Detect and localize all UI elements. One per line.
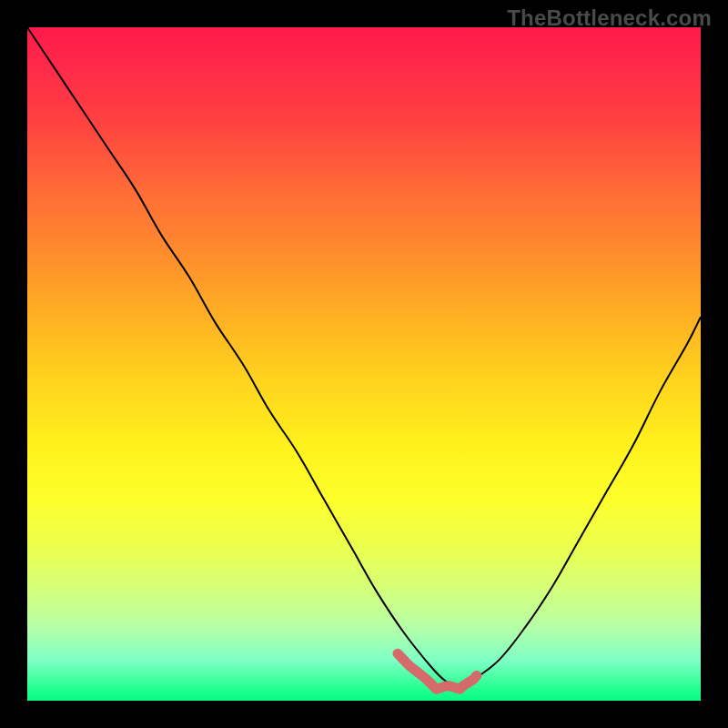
- curve-layer: [27, 27, 701, 701]
- bottleneck-curve: [27, 27, 701, 687]
- plot-area: [27, 27, 701, 701]
- chart-container: TheBottleneck.com: [0, 0, 728, 728]
- valley-marker: [398, 653, 477, 689]
